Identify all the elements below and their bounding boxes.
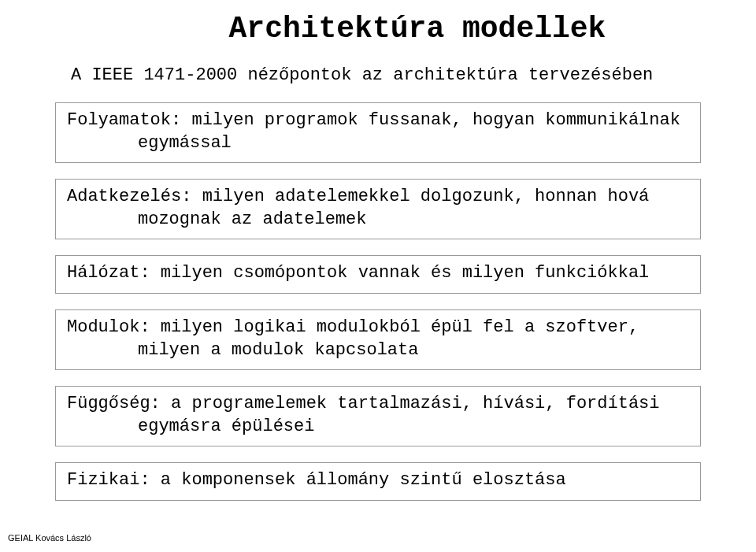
box-folyamatok: Folyamatok: milyen programok fussanak, h… <box>55 102 701 163</box>
box-halozat: Hálózat: milyen csomópontok vannak és mi… <box>55 255 701 294</box>
box-adatkezeles: Adatkezelés: milyen adatelemekkel dolgoz… <box>55 179 701 239</box>
box-text-line: Fizikai: a komponensek állomány szintű e… <box>67 469 691 492</box>
box-text-line: milyen a modulok kapcsolata <box>67 339 691 362</box>
box-text-line: Függőség: a programelemek tartalmazási, … <box>67 393 691 416</box>
slide-subtitle: A IEEE 1471-2000 nézőpontok az architekt… <box>71 65 724 85</box>
box-modulok: Modulok: milyen logikai modulokból épül … <box>55 309 701 370</box>
box-text-line: mozognak az adatelemek <box>67 209 691 232</box>
slide-title: Architektúra modellek <box>32 12 724 46</box>
box-fizikai: Fizikai: a komponensek állomány szintű e… <box>55 462 701 501</box>
box-text-line: Hálózat: milyen csomópontok vannak és mi… <box>67 262 691 285</box>
box-text-line: egymásra épülései <box>67 416 691 439</box>
footer-text: GEIAL Kovács László <box>8 533 91 543</box>
box-text-line: Folyamatok: milyen programok fussanak, h… <box>67 109 691 132</box>
box-fuggoseg: Függőség: a programelemek tartalmazási, … <box>55 386 701 446</box>
box-text-line: egymással <box>67 132 691 155</box>
box-text-line: Modulok: milyen logikai modulokból épül … <box>67 317 691 339</box>
box-text-line: Adatkezelés: milyen adatelemekkel dolgoz… <box>67 186 691 209</box>
slide: Architektúra modellek A IEEE 1471-2000 n… <box>0 0 756 552</box>
